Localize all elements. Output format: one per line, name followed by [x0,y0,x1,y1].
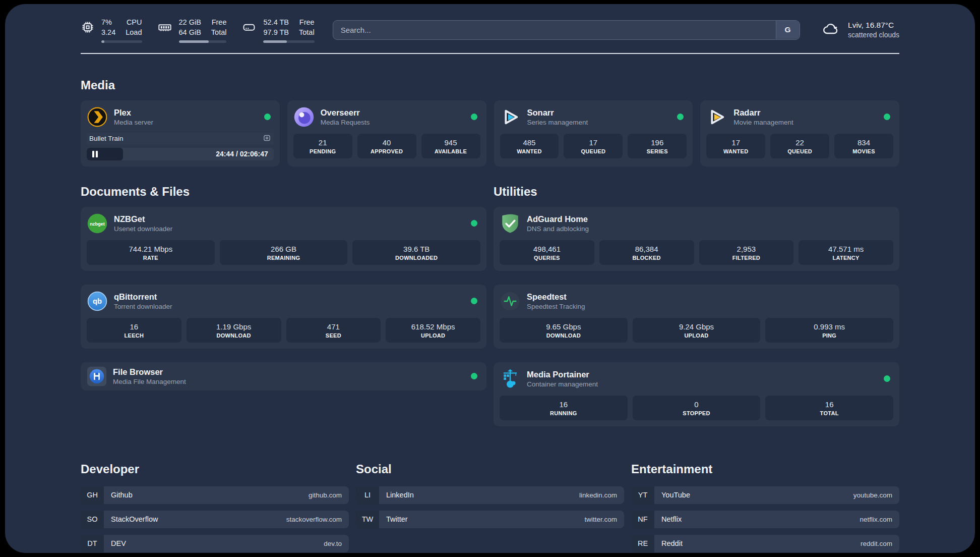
search-provider-button[interactable]: G [776,21,800,39]
bookmark-name: Twitter [386,515,408,523]
bookmark-url: netflix.com [860,516,892,523]
service-subtitle: Media File Management [113,378,186,385]
bookmark-twitter[interactable]: TW Twitter twitter.com [356,511,624,528]
bookmark-abbr: YT [631,486,654,504]
service-title: AdGuard Home [527,214,589,224]
service-subtitle: Series management [527,119,588,126]
playback-progress-bar: 24:44 / 02:06:47 [87,148,274,160]
status-dot [884,114,890,120]
cpu-load-value: 3.24 [101,27,115,37]
cpu-icon [81,20,95,36]
service-title: NZBGet [114,214,172,224]
service-title: Media Portainer [527,370,598,379]
bookmarks-entertainment: Entertainment YT YouTube youtube.com NF … [631,462,899,553]
bookmark-url: reddit.com [861,540,892,547]
stat-upload: 9.24 Gbps UPLOAD [633,318,761,343]
stat-pending: 21 PENDING [293,134,352,158]
stat-total: 16 TOTAL [765,396,893,420]
system-stats: 7% 3.24 CPU Load [81,17,315,43]
bookmark-abbr: RE [631,535,654,552]
bookmark-youtube[interactable]: YT YouTube youtube.com [631,486,899,504]
service-card-qbittorrent[interactable]: qb qBittorrent Torrent downloader 16 LEE… [81,285,486,349]
service-card-speedtest[interactable]: Speedtest Speedtest Tracking 9.65 Gbps D… [494,285,899,349]
service-title: qBittorrent [114,292,172,302]
cpu-usage-value: 7% [101,17,115,27]
section-title-entertainment: Entertainment [631,462,899,476]
qbittorrent-icon: qb [87,291,108,312]
bookmark-name: Reddit [661,539,683,547]
bookmark-name: DEV [111,539,126,547]
service-subtitle: Media server [114,119,153,126]
playback-time: 24:44 / 02:06:47 [216,150,274,158]
bookmark-reddit[interactable]: RE Reddit reddit.com [631,535,899,552]
section-title-developer: Developer [81,462,349,476]
service-subtitle: Speedtest Tracking [527,303,585,310]
bookmark-url: stackoverflow.com [286,516,342,523]
weather-condition: scattered clouds [848,31,899,39]
bookmark-url: youtube.com [853,491,892,499]
memory-stat-widget: 22 GiB 64 GiB Free Total [157,17,227,43]
service-subtitle: Torrent downloader [114,303,172,310]
status-dot [264,114,271,120]
stat-queued: 22 QUEUED [770,134,829,158]
bookmark-linkedin[interactable]: LI LinkedIn linkedin.com [356,486,624,504]
stat-filtered: 2,953 FILTERED [699,240,794,265]
service-card-filebrowser[interactable]: File Browser Media File Management [81,362,486,391]
status-dot [677,114,684,120]
bookmarks-developer: Developer GH Github github.com SO StackO… [81,462,349,553]
service-subtitle: Media Requests [321,119,370,126]
media-grid: Plex Media server Bullet Train [81,100,899,166]
service-card-overseerr[interactable]: Overseerr Media Requests 21 PENDING 40 A… [287,100,486,166]
memory-icon [157,20,172,36]
disk-free-value: 52.4 TB [263,17,289,27]
service-card-portainer[interactable]: Media Portainer Container management 16 … [494,362,899,426]
bookmark-dev[interactable]: DT DEV dev.to [81,535,349,552]
dashboard-page: 7% 3.24 CPU Load [5,4,975,553]
bookmark-url: twitter.com [584,516,617,523]
bookmark-abbr: DT [81,535,104,552]
search-input[interactable] [333,20,800,40]
cpu-load-label: Load [126,27,142,37]
bookmark-netflix[interactable]: NF Netflix netflix.com [631,511,899,528]
weather-location-temp: Lviv, 16.87°C [848,21,899,30]
status-dot [471,220,477,227]
nzbget-icon: nzbget [87,213,108,234]
bookmark-url: dev.to [324,540,342,547]
stat-upload: 618.52 Mbps UPLOAD [386,318,480,343]
cpu-progress-bar [101,40,142,43]
search-bar: G [333,20,800,40]
bookmark-abbr: NF [631,511,654,528]
bookmark-name: YouTube [661,491,690,499]
stat-wanted: 17 WANTED [706,134,765,158]
adguard-shield-icon [500,213,521,234]
cast-icon [263,134,271,144]
status-dot [884,375,890,382]
service-card-nzbget[interactable]: nzbget NZBGet Usenet downloader 744.21 M… [81,207,486,271]
stat-running: 16 RUNNING [500,396,628,420]
service-card-adguard[interactable]: AdGuard Home DNS and adblocking 498,461 … [494,207,899,271]
status-dot [471,114,477,120]
header-bar: 7% 3.24 CPU Load [81,17,899,43]
status-dot [471,298,477,304]
svg-text:nzbget: nzbget [90,221,105,226]
stat-stopped: 0 STOPPED [633,396,761,420]
svg-text:qb: qb [93,297,102,305]
disk-stat-widget: 52.4 TB 97.9 TB Free Total [241,17,314,43]
documents-column: Documents & Files nzbget NZBGet Usenet d [81,185,486,440]
stat-remaining: 266 GB REMAINING [220,240,348,265]
service-subtitle: DNS and adblocking [527,225,589,233]
service-card-radarr[interactable]: Radarr Movie management 17 WANTED 22 QUE… [700,100,899,166]
bookmark-stackoverflow[interactable]: SO StackOverflow stackoverflow.com [81,511,349,528]
service-card-sonarr[interactable]: Sonarr Series management 485 WANTED 17 Q… [494,100,693,166]
speedtest-pulse-icon [500,291,521,312]
service-title: Plex [114,108,153,118]
bookmark-github[interactable]: GH Github github.com [81,486,349,504]
bookmark-name: LinkedIn [386,491,414,499]
bookmark-abbr: LI [356,486,379,504]
radarr-icon [706,106,727,128]
service-card-plex[interactable]: Plex Media server Bullet Train [81,100,280,166]
cpu-usage-label: CPU [126,17,142,27]
bookmark-name: Github [111,491,133,499]
stat-queued: 17 QUEUED [564,134,623,158]
sonarr-icon [500,106,521,128]
